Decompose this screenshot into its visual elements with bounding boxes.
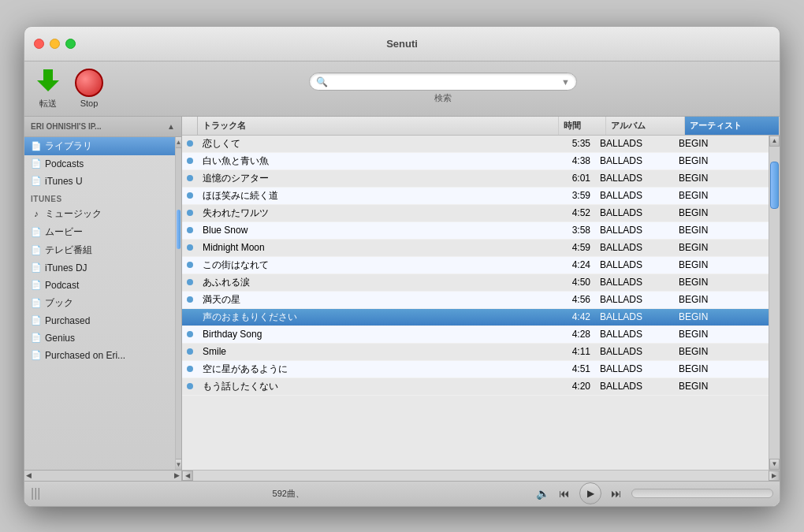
sidebar-item-itunes-u[interactable]: 📄 iTunes U <box>24 173 175 190</box>
sidebar-movies-label: ムービー <box>45 225 83 239</box>
bottom-scroll-left[interactable]: ◀ <box>182 471 193 481</box>
transfer-icon[interactable] <box>34 68 62 96</box>
music-icon: ♪ <box>31 209 42 218</box>
volume-icon[interactable]: 🔈 <box>536 487 549 500</box>
stop-label: Stop <box>80 99 99 108</box>
sidebar-book-label: ブック <box>45 296 73 310</box>
track-artist: BEGIN <box>674 362 769 376</box>
track-row[interactable]: Smile4:11BALLADSBEGIN <box>182 344 769 361</box>
stop-button[interactable] <box>75 69 103 97</box>
col-header-artist[interactable]: アーティスト <box>685 117 780 135</box>
play-button[interactable]: ▶ <box>579 482 601 504</box>
minimize-button[interactable] <box>50 39 60 49</box>
sidebar-right-btn[interactable]: ▶ <box>174 471 180 479</box>
transfer-label: 転送 <box>39 98 57 110</box>
window-controls <box>34 39 76 49</box>
track-row[interactable]: Midnight Moon4:59BALLADSBEGIN <box>182 240 769 257</box>
track-row[interactable]: 空に星があるように4:51BALLADSBEGIN <box>182 361 769 378</box>
track-row[interactable]: この街はなれて4:24BALLADSBEGIN <box>182 257 769 274</box>
sort-icon[interactable]: ▲ <box>167 122 175 131</box>
sidebar-item-movies[interactable]: 📄 ムービー <box>24 223 175 241</box>
sidebar-item-podcasts[interactable]: 📄 Podcasts <box>24 155 175 173</box>
track-artist: BEGIN <box>674 206 769 220</box>
sidebar-item-itunes-dj[interactable]: 📄 iTunes DJ <box>24 259 175 277</box>
resize-handle[interactable]: ||| <box>31 486 40 500</box>
next-button[interactable]: ⏭ <box>608 485 625 502</box>
genius-icon: 📄 <box>31 333 42 343</box>
prev-button[interactable]: ⏮ <box>556 485 573 502</box>
track-row[interactable]: 恋しくて5:35BALLADSBEGIN <box>182 136 769 153</box>
app-window: Senuti 転送 Stop 🔍 ▼ 検索 <box>24 26 780 507</box>
track-row[interactable]: 失われたワルツ4:52BALLADSBEGIN <box>182 205 769 222</box>
track-row[interactable]: 声のおまもりください4:42BALLADSBEGIN <box>182 309 769 326</box>
track-album: BALLADS <box>595 136 674 151</box>
track-time: 6:01 <box>548 171 595 185</box>
track-rows: 恋しくて5:35BALLADSBEGIN白い魚と青い魚4:38BALLADSBE… <box>182 136 769 470</box>
track-name: 失われたワルツ <box>198 205 548 221</box>
track-dot <box>182 315 198 318</box>
right-scrollbar[interactable]: ▲ ▼ <box>769 136 780 470</box>
col-header-name[interactable]: トラック名 <box>198 117 559 135</box>
track-time: 3:58 <box>548 223 595 237</box>
track-row[interactable]: 追憶のシアター6:01BALLADSBEGIN <box>182 170 769 188</box>
track-name: 満天の星 <box>198 292 548 308</box>
itunes-u-icon: 📄 <box>31 176 42 186</box>
maximize-button[interactable] <box>65 39 76 49</box>
sidebar-scrollbar[interactable]: ▲ ▼ <box>175 137 181 470</box>
track-dot <box>182 173 198 183</box>
sidebar-item-purchased[interactable]: 📄 Purchased <box>24 312 175 329</box>
track-header: トラック名 時間 アルバム アーティスト <box>182 117 780 136</box>
sidebar-scroll-area: 📄 ライブラリ 📄 Podcasts 📄 iTunes U ITUNES ♪ <box>24 137 181 470</box>
track-row[interactable]: ほほ笑みに続く道3:59BALLADSBEGIN <box>182 188 769 205</box>
sidebar-genius-label: Genius <box>45 333 75 344</box>
track-row[interactable]: 満天の星4:56BALLADSBEGIN <box>182 292 769 309</box>
sidebar-tv-shows-label: テレビ番組 <box>45 244 92 257</box>
track-row[interactable]: Birthday Song4:28BALLADSBEGIN <box>182 326 769 344</box>
sidebar-scroll-up[interactable]: ▲ <box>176 137 181 148</box>
col-header-time[interactable]: 時間 <box>559 117 606 135</box>
sidebar-item-music[interactable]: ♪ ミュージック <box>24 205 175 223</box>
track-dot <box>182 277 198 287</box>
sidebar-item-tv-shows[interactable]: 📄 テレビ番組 <box>24 241 175 259</box>
sidebar-item-podcast[interactable]: 📄 Podcast <box>24 277 175 294</box>
track-name: 声のおまもりください <box>198 309 548 326</box>
track-album: BALLADS <box>595 154 674 168</box>
purchased-eri-icon: 📄 <box>31 350 42 360</box>
main-content: ERI OHNISHI'S IP... ▲ 📄 ライブラリ 📄 Podcasts… <box>24 117 780 481</box>
search-icon: 🔍 <box>316 76 328 87</box>
track-time: 4:11 <box>548 344 595 359</box>
sidebar-item-purchased-eri[interactable]: 📄 Purchased on Eri... <box>24 347 175 364</box>
search-dropdown[interactable]: ▼ <box>561 77 570 87</box>
track-artist: BEGIN <box>674 154 769 168</box>
track-row[interactable]: あふれる涙4:50BALLADSBEGIN <box>182 274 769 292</box>
close-button[interactable] <box>34 39 44 49</box>
sidebar-item-genius[interactable]: 📄 Genius <box>24 329 175 347</box>
bottom-scroll-right[interactable]: ▶ <box>769 471 780 481</box>
scroll-up-button[interactable]: ▲ <box>769 136 780 147</box>
track-time: 4:59 <box>548 240 595 255</box>
scroll-down-button[interactable]: ▼ <box>769 459 780 470</box>
sidebar-left-btn[interactable]: ◀ <box>26 471 32 479</box>
track-list-container: トラック名 時間 アルバム アーティスト 恋しくて5:35BALLADSBEGI… <box>182 117 780 481</box>
track-row[interactable]: Blue Snow3:58BALLADSBEGIN <box>182 222 769 240</box>
track-name: Midnight Moon <box>198 240 548 255</box>
bottom-scrollbar: ◀ ▶ <box>182 470 780 481</box>
sidebar-podcast-label: Podcast <box>45 280 79 291</box>
progress-bar[interactable] <box>631 489 773 498</box>
device-name: ERI OHNISHI'S IP... <box>31 122 101 131</box>
search-input[interactable] <box>331 76 561 87</box>
track-name: 恋しくて <box>198 136 548 152</box>
track-artist: BEGIN <box>674 223 769 237</box>
sidebar-itunes-u-label: iTunes U <box>45 176 83 187</box>
track-row[interactable]: もう話したくない4:20BALLADSBEGIN <box>182 378 769 396</box>
sidebar-item-book[interactable]: 📄 ブック <box>24 294 175 312</box>
titlebar: Senuti <box>24 27 780 61</box>
track-row[interactable]: 白い魚と青い魚4:38BALLADSBEGIN <box>182 153 769 170</box>
col-header-album[interactable]: アルバム <box>606 117 685 135</box>
sidebar-device-header: ERI OHNISHI'S IP... ▲ <box>24 117 181 137</box>
sidebar-scroll-down[interactable]: ▼ <box>176 459 181 470</box>
scroll-thumb[interactable] <box>770 162 779 209</box>
sidebar-item-library[interactable]: 📄 ライブラリ <box>24 137 175 155</box>
stop-group: Stop <box>75 69 103 108</box>
sidebar-scroll-thumb[interactable] <box>177 210 181 249</box>
